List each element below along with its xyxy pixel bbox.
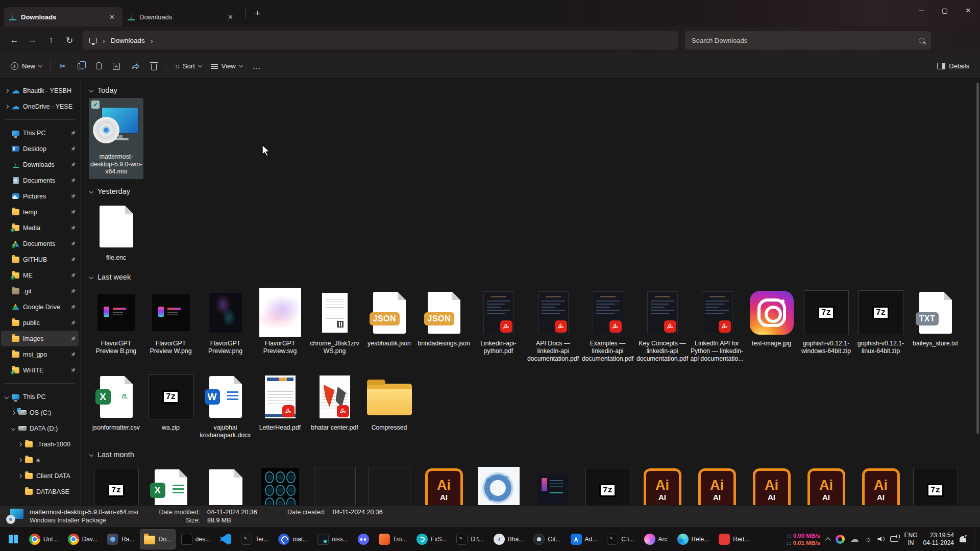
sidebar-item-onedrive-yese[interactable]: ☁OneDrive - YESE <box>1 98 79 114</box>
file-tile-key-concepts-linkedin-api-documentation-pdf[interactable]: Key Concepts — linkedin-api documentatio… <box>635 285 690 366</box>
sidebar-item-temp[interactable]: temp <box>1 204 79 220</box>
group-header-yesterday[interactable]: Yesterday <box>90 187 977 195</box>
tab-downloads-inactive[interactable]: ↓ Downloads ✕ <box>122 7 241 27</box>
file-tile-adobestock-684425862-ai[interactable]: AiAIAdobeStock_684425862.ai <box>690 462 744 505</box>
sort-button[interactable]: ↑↓ Sort <box>170 58 206 74</box>
sidebar-item-images[interactable]: images <box>1 331 79 346</box>
file-tile-vajubhai-krishanapark-docx[interactable]: Wvajubhai krishanapark.docx <box>198 369 253 442</box>
file-tile-homem-aranha-cdr[interactable]: Homem_Aranha.cdr <box>198 462 253 505</box>
file-tile-gophish-v0-12-1-linux-64bit-zip[interactable]: 7zgophish-v0.12.1-linux-64bit.zip <box>853 285 908 366</box>
taskbar-app-rele[interactable]: Rele... <box>673 529 714 549</box>
file-tile-voucher-xlsx[interactable]: Xvoucher.xlsx <box>143 462 198 505</box>
minimize-button[interactable]: ─ <box>910 0 933 20</box>
file-tile-chrome-j8sk1zrvws-png[interactable]: chrome_J8sk1zrvWS.png <box>307 285 362 366</box>
chevron-down-icon[interactable] <box>5 394 9 398</box>
search-icon[interactable] <box>919 38 924 43</box>
file-tile-rectangle-6-png[interactable]: Rectangle 6.png <box>307 462 362 505</box>
view-button[interactable]: View <box>206 58 247 74</box>
rename-button[interactable]: A <box>107 59 126 74</box>
group-header-last-month[interactable]: Last month <box>90 450 977 459</box>
file-tile-examples-linkedin-api-documentation-pdf[interactable]: Examples — linkedin-api documentation.pd… <box>580 285 635 366</box>
taskbar-app-d[interactable]: >_D:\... <box>452 529 487 549</box>
taskbar-app-red[interactable]: Red... <box>715 529 753 549</box>
taskbar-app-vscode[interactable] <box>216 529 235 549</box>
sidebar-item-data-d[interactable]: DATA (D:) <box>1 420 79 436</box>
back-button[interactable]: ← <box>5 32 23 49</box>
sidebar-item-desktop[interactable]: Desktop <box>1 141 79 157</box>
file-tile-bhautik-png[interactable]: BHAUTIK.png <box>526 462 580 505</box>
group-header-last-week[interactable]: Last week <box>90 273 977 281</box>
chevron-right-icon[interactable] <box>5 104 9 108</box>
up-button[interactable]: ↑ <box>42 32 60 49</box>
checkbox-checked-icon[interactable]: ✓ <box>91 101 100 109</box>
taskbar-app-ter[interactable]: >_Ter... <box>237 529 273 549</box>
file-tile-adobestock-594399656-copy-ai[interactable]: AiAIAdobeStock_594399656 - Copy.ai <box>799 462 853 505</box>
clock[interactable]: 23:19:54 04-11-2024 <box>923 532 954 546</box>
sidebar-item-pictures[interactable]: Pictures <box>1 188 79 204</box>
file-tile-adobestock-594399656-ai[interactable]: AiAIAdobeStock_594399656.ai <box>853 462 908 505</box>
sidebar-item-white[interactable]: WHITE <box>1 362 79 378</box>
tab-close-icon[interactable]: ✕ <box>107 12 117 22</box>
network-speed-monitor[interactable]: ↑:0.00 MB/s ↓:0.01 MB/s <box>786 532 820 546</box>
chevron-right-icon[interactable]: › <box>151 36 153 45</box>
file-tile-letterhead-pdf[interactable]: LetterHead.pdf <box>253 369 307 442</box>
sidebar-item-google-drive[interactable]: Google Drive <box>1 299 79 315</box>
start-button[interactable] <box>3 529 23 549</box>
file-tile-flavorgpt-preview-png[interactable]: FlavorGPT Preview.png <box>198 285 253 366</box>
sidebar-item-os-c[interactable]: OS (C:) <box>1 405 79 420</box>
sidebar-item-documents[interactable]: Documents <box>1 236 79 252</box>
sidebar-item-me[interactable]: ME <box>1 267 79 283</box>
volume-icon[interactable] <box>877 537 885 542</box>
file-tile-brindadesings-json[interactable]: JSONbrindadesings.json <box>416 285 471 366</box>
taskbar-app-do[interactable]: Do... <box>140 529 175 549</box>
file-tile-document-zip[interactable]: 7zDOCUMENT.zip <box>908 462 963 505</box>
file-tile-saveweb2zip-com-www-harness-io-zip[interactable]: 7zsaveweb2zip-com-www-harness-io.zip <box>89 462 143 505</box>
taskbar-app-discord[interactable] <box>354 529 373 549</box>
chevron-right-icon[interactable] <box>18 473 22 478</box>
address-bar[interactable]: › Downloads › <box>83 31 678 49</box>
tab-close-icon[interactable]: ✕ <box>225 12 236 22</box>
taskbar-app-bha[interactable]: iBha... <box>489 529 528 549</box>
search-input[interactable]: Search Downloads <box>685 31 931 49</box>
sidebar-item-trash-1000[interactable]: .Trash-1000 <box>1 436 79 452</box>
more-options-button[interactable]: … <box>247 58 267 75</box>
sidebar-item-public[interactable]: public <box>1 315 79 331</box>
file-tile-baileys-store-txt[interactable]: TXTbaileys_store.txt <box>908 285 963 366</box>
file-tile-yashvidotdev-assignmentrepo-main-zip[interactable]: 7zyashvidotdev_AssignmentRepo-main.zip <box>580 462 635 505</box>
taskbar-app-fxs[interactable]: FxS... <box>412 529 451 549</box>
refresh-button[interactable]: ↻ <box>60 32 79 49</box>
chevron-right-icon[interactable] <box>5 88 9 92</box>
file-tile-adobestock-594399656-converted-copy-ai[interactable]: AiAIAdobeStock_594399656 [Converted] cop… <box>635 462 690 505</box>
taskbar-app-git[interactable]: Git... <box>529 529 565 549</box>
sidebar-item-git[interactable]: .git <box>1 283 79 299</box>
file-tile-jsonformatter-csv[interactable]: Xa,jsonformatter.csv <box>89 369 143 442</box>
chevron-down-icon[interactable] <box>89 88 93 92</box>
forward-button[interactable]: → <box>23 32 42 49</box>
chevron-down-icon[interactable] <box>89 275 93 279</box>
sidebar-item-client-data[interactable]: Client DATA <box>1 468 79 484</box>
taskbar-app-c[interactable]: >_C:\... <box>603 529 638 549</box>
sidebar-item-bhautik-yesbh[interactable]: ☁Bhautik - YESBH <box>1 83 79 98</box>
chevron-down-icon[interactable] <box>89 189 93 193</box>
taskbar-app-des[interactable]: des... <box>177 529 214 549</box>
file-tile-linkedin-api-for-python-linkedin-api-documentatio[interactable]: LinkedIn API for Python — linkedin-api d… <box>690 285 744 366</box>
maximize-button[interactable]: ▢ <box>933 0 957 20</box>
taskbar-app-unt[interactable]: Unt... <box>25 529 62 549</box>
show-desktop-button[interactable] <box>974 529 976 549</box>
chevron-down-icon[interactable] <box>11 426 15 430</box>
sidebar-item-github[interactable]: GITHUB <box>1 252 79 267</box>
taskbar-app-niss[interactable]: niss... <box>313 529 352 549</box>
taskbar-app-dav[interactable]: Dav... <box>64 529 102 549</box>
file-tile-group-37-png[interactable]: Group 37.png <box>253 462 307 505</box>
file-tile-gophish-v0-12-1-windows-64bit-zip[interactable]: 7zgophish-v0.12.1-windows-64bit.zip <box>799 285 853 366</box>
notification-bell-icon[interactable] <box>960 536 966 542</box>
file-tile-yesbhautik-json[interactable]: JSONyesbhautik.json <box>362 285 416 366</box>
vertical-scrollbar[interactable] <box>976 83 979 434</box>
chevron-right-icon[interactable] <box>11 410 15 414</box>
file-tile-compressed[interactable]: Compressed <box>362 369 416 442</box>
breadcrumb[interactable]: Downloads <box>111 37 145 44</box>
sidebar-item-downloads[interactable]: ↓Downloads <box>1 157 79 172</box>
tab-downloads-active[interactable]: ↓ Downloads ✕ <box>4 7 122 27</box>
taskbar-app-ad[interactable]: Ad... <box>567 529 602 549</box>
share-button[interactable] <box>126 58 145 74</box>
